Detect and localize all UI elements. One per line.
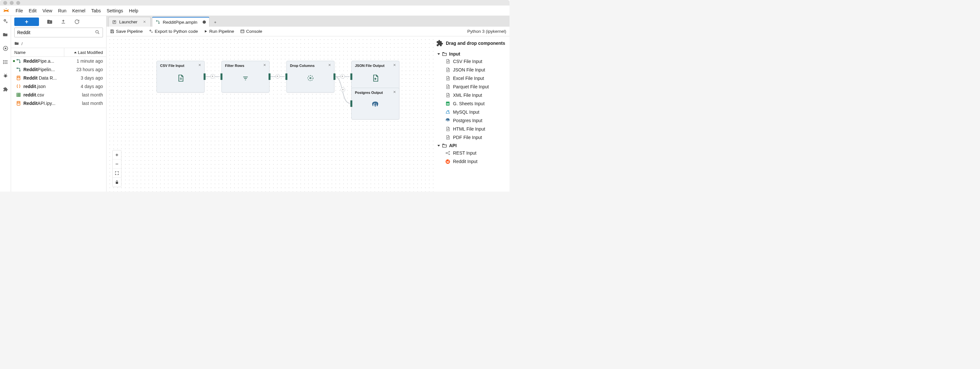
mysql-icon [445,110,450,115]
tab-redditpipe[interactable]: RedditPipe.ampln [152,17,210,27]
file-browser-panel: + / N [11,16,107,192]
file-row[interactable]: reddit.csvlast month [11,91,106,99]
menu-help[interactable]: Help [129,8,138,13]
connection-delete-button[interactable]: × [340,74,345,79]
port-in[interactable] [285,73,287,80]
close-icon[interactable] [198,63,202,67]
run-pipeline-button[interactable]: Run Pipeline [204,29,234,34]
refresh-icon[interactable] [74,19,80,25]
running-icon[interactable] [2,45,9,52]
col-name[interactable]: Name [11,50,64,55]
add-tab-button[interactable]: + [211,17,220,27]
menu-edit[interactable]: Edit [29,8,37,13]
breadcrumb[interactable]: / [11,39,106,48]
console-button[interactable]: Console [240,29,262,34]
component-item[interactable]: Parquet File Input [438,83,509,91]
file-row[interactable]: RedditPipe.a...1 minute ago [11,57,106,65]
component-item[interactable]: REST Input [438,149,509,157]
gears-icon[interactable] [2,18,9,24]
gears-icon [149,29,154,34]
extension-icon[interactable] [2,86,9,92]
file-browser-toolbar: + [11,16,106,28]
postgres-icon [371,101,380,110]
kernel-name[interactable]: Python 3 (ipykernel) [467,29,506,34]
folder-icon[interactable] [2,32,9,38]
svg-rect-4 [5,48,6,49]
node-postgres-output[interactable]: Postgres Output [352,88,399,119]
port-out[interactable] [269,73,270,80]
toc-icon[interactable] [2,59,9,65]
file-row[interactable]: reddit.json4 days ago [11,82,106,91]
close-icon[interactable] [143,20,147,24]
component-group-header[interactable]: API [438,142,509,149]
close-icon[interactable] [393,63,396,67]
window-minimize-btn[interactable] [10,1,14,5]
file-row[interactable]: RedditPipelin...23 hours ago [11,65,106,74]
component-item[interactable]: G. Sheets Input [438,99,509,108]
component-item[interactable]: MySQL Input [438,108,509,116]
connection-delete-button[interactable]: × [210,74,215,79]
component-item[interactable]: XML File Input [438,91,509,99]
menu-run[interactable]: Run [58,8,67,13]
svg-point-69 [449,161,449,161]
lock-button[interactable] [113,178,121,187]
node-csv-input[interactable]: CSV File Input [156,61,205,92]
menu-settings[interactable]: Settings [107,8,123,13]
new-launcher-button[interactable]: + [14,17,39,26]
port-in[interactable] [350,100,352,107]
component-item[interactable]: Excel File Input [438,74,509,83]
save-pipeline-button[interactable]: Save Pipeline [110,29,143,34]
component-group: APIREST InputReddit Input [434,142,509,165]
file-row[interactable]: Reddit Data R...3 days ago [11,74,106,82]
menu-view[interactable]: View [43,8,52,13]
file-row[interactable]: RedditAPI.ipy...last month [11,99,106,108]
fit-button[interactable] [113,169,121,178]
tab-launcher-label: Launcher [119,19,137,24]
unsaved-dot-icon[interactable] [203,21,206,24]
component-item[interactable]: PDF File Input [438,133,509,142]
filter-input[interactable] [17,30,93,35]
zoom-out-button[interactable] [113,159,121,169]
component-label: XML File Input [453,92,482,98]
component-item[interactable]: HTML File Input [438,125,509,133]
window-close-btn[interactable] [3,1,7,5]
new-folder-icon[interactable] [47,19,52,25]
breadcrumb-root[interactable]: / [21,41,23,46]
window-zoom-btn[interactable] [16,1,20,5]
close-icon[interactable] [393,90,396,94]
tab-launcher[interactable]: Launcher [108,17,151,27]
export-python-button[interactable]: Export to Python code [149,29,198,34]
menu-kernel[interactable]: Kernel [72,8,85,13]
component-item[interactable]: CSV File Input [438,57,509,65]
component-item[interactable]: JSON File Input [438,65,509,74]
file-modified: 4 days ago [65,84,104,89]
col-modified[interactable]: Last Modified [64,48,106,57]
zoom-controls [112,150,121,187]
component-group-header[interactable]: Input [438,50,509,57]
connection: × [335,76,350,77]
svg-rect-42 [116,182,118,183]
file-type-icon [16,58,21,64]
pipeline-canvas[interactable]: × × × × CSV File Input [107,37,434,192]
upload-icon[interactable] [60,19,66,25]
menu-bar: File Edit View Run Kernel Tabs Settings … [0,6,509,16]
port-out[interactable] [204,73,205,80]
bug-icon[interactable] [2,72,9,79]
port-out[interactable] [334,73,336,80]
zoom-in-button[interactable] [113,150,121,159]
node-filter-rows[interactable]: Filter Rows [221,61,269,92]
close-icon[interactable] [328,63,331,67]
component-label: MySQL Input [453,110,479,115]
menu-file[interactable]: File [16,8,23,13]
close-icon[interactable] [263,63,267,67]
node-drop-columns[interactable]: Drop Columns [286,61,334,92]
component-item[interactable]: Reddit Input [438,157,509,165]
connection-delete-button[interactable]: × [340,87,345,92]
port-in[interactable] [350,73,352,80]
port-in[interactable] [221,73,223,80]
filter-box[interactable] [14,28,103,37]
component-item[interactable]: Postgres Input [438,116,509,125]
menu-tabs[interactable]: Tabs [91,8,101,13]
console-icon [240,29,245,34]
connection-delete-button[interactable]: × [275,74,280,79]
